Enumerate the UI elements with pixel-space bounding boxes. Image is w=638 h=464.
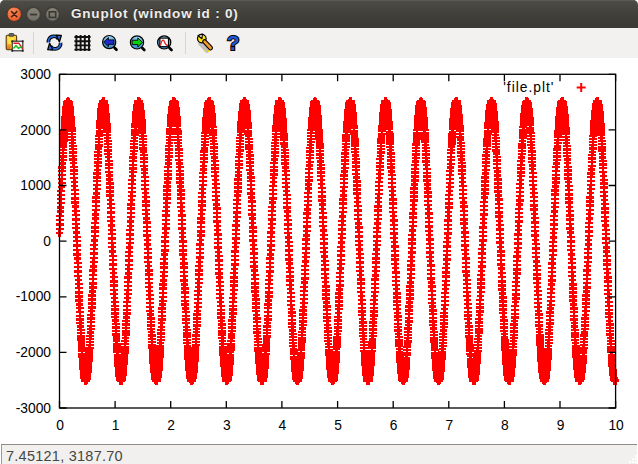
svg-text:'file.plt': 'file.plt' xyxy=(503,80,554,95)
svg-text:9: 9 xyxy=(557,418,565,433)
svg-text:8: 8 xyxy=(501,418,509,433)
svg-text:2: 2 xyxy=(167,418,175,433)
svg-text:2000: 2000 xyxy=(20,123,51,138)
svg-text:-2000: -2000 xyxy=(16,345,52,360)
svg-text:5: 5 xyxy=(334,418,342,433)
svg-text:-1000: -1000 xyxy=(16,289,52,304)
svg-text:4: 4 xyxy=(279,418,287,433)
svg-text:10: 10 xyxy=(608,418,624,433)
svg-text:0: 0 xyxy=(43,234,51,249)
svg-text:1: 1 xyxy=(112,418,120,433)
svg-text:6: 6 xyxy=(390,418,398,433)
svg-text:7: 7 xyxy=(445,418,453,433)
svg-text:3000: 3000 xyxy=(20,67,51,82)
svg-text:-3000: -3000 xyxy=(16,401,52,416)
svg-text:0: 0 xyxy=(56,418,64,433)
svg-text:3: 3 xyxy=(223,418,231,433)
svg-text:1000: 1000 xyxy=(20,178,51,193)
